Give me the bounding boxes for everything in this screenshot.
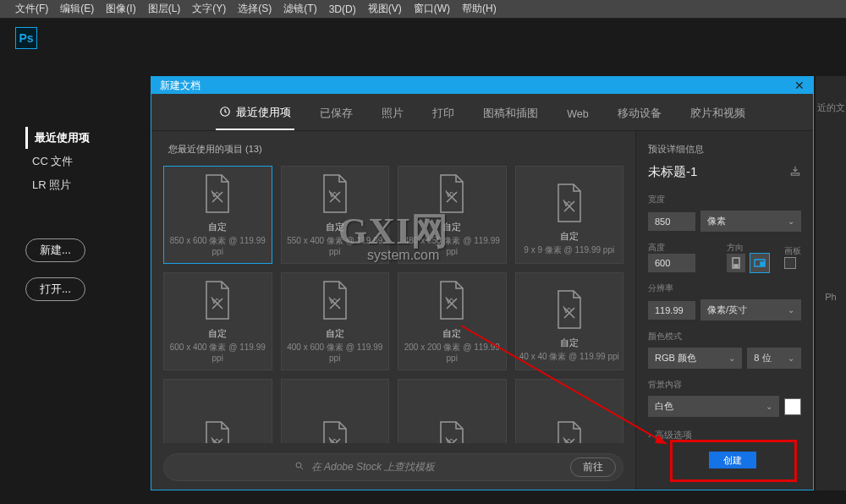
advanced-label: 高级选项	[655, 430, 692, 440]
document-icon	[319, 420, 351, 443]
menu-help[interactable]: 帮助(H)	[462, 2, 497, 16]
chevron-down-icon: ⌄	[766, 402, 772, 411]
preset-card[interactable]	[281, 379, 390, 443]
menu-edit[interactable]: 编辑(E)	[60, 2, 94, 16]
preset-card[interactable]: 自定 40 x 40 像素 @ 119.99 ppi	[515, 272, 624, 370]
colormode-value: RGB 颜色	[655, 352, 696, 364]
new-document-dialog: 新建文档 ✕ 最近使用项 已保存 照片 打印 图稿和插图 Web 移动设备 胶片…	[151, 76, 814, 490]
chevron-right-icon: ›	[648, 430, 651, 440]
preset-card[interactable]: 自定 200 x 200 像素 @ 119.99 ppi	[398, 272, 507, 370]
tab-recent[interactable]: 最近使用项	[216, 102, 294, 130]
menu-window[interactable]: 窗口(W)	[414, 2, 450, 16]
bg-select[interactable]: 白色 ⌄	[648, 396, 779, 417]
open-button[interactable]: 打开...	[25, 277, 85, 301]
width-unit-select[interactable]: 像素 ⌄	[700, 211, 801, 232]
dialog-tabs: 最近使用项 已保存 照片 打印 图稿和插图 Web 移动设备 胶片和视频	[151, 94, 813, 131]
right-strip-top: 近的文	[816, 101, 846, 114]
document-icon	[436, 173, 468, 214]
create-button[interactable]: 创建	[709, 452, 756, 468]
preset-dimensions: 600 x 400 像素 @ 119.99 ppi	[168, 342, 268, 363]
document-icon	[436, 280, 468, 320]
menu-file[interactable]: 文件(F)	[15, 2, 48, 16]
width-unit-value: 像素	[707, 215, 726, 227]
preset-card[interactable]: 自定 600 x 400 像素 @ 119.99 ppi	[163, 272, 272, 370]
colormode-select[interactable]: RGB 颜色 ⌄	[648, 348, 742, 369]
res-unit-select[interactable]: 像素/英寸 ⌄	[700, 299, 801, 320]
svg-rect-3	[734, 265, 738, 267]
new-button[interactable]: 新建...	[25, 238, 85, 262]
left-item-ccfiles[interactable]: CC 文件	[25, 151, 90, 173]
bits-select[interactable]: 8 位 ⌄	[747, 348, 801, 369]
doc-name[interactable]: 未标题-1	[648, 164, 697, 180]
menu-filter[interactable]: 滤镜(T)	[283, 2, 316, 16]
preset-dimensions: 9 x 9 像素 @ 119.99 ppi	[524, 244, 614, 256]
menu-select[interactable]: 选择(S)	[238, 2, 272, 16]
preset-details-panel: 预设详细信息 未标题-1 宽度 850 像素 ⌄ 高度 600	[635, 131, 813, 490]
menu-view[interactable]: 视图(V)	[368, 2, 402, 16]
stock-placeholder[interactable]: 在 Adobe Stock 上查找模板	[311, 460, 436, 474]
close-icon[interactable]: ✕	[794, 79, 805, 92]
chevron-down-icon: ⌄	[728, 353, 735, 363]
save-preset-icon[interactable]	[789, 165, 801, 179]
tab-saved[interactable]: 已保存	[316, 102, 356, 130]
chevron-down-icon: ⌄	[788, 216, 794, 226]
bg-label: 背景内容	[648, 379, 801, 391]
menu-3d[interactable]: 3D(D)	[329, 3, 356, 15]
document-icon	[201, 173, 233, 214]
tab-web[interactable]: Web	[563, 102, 591, 130]
preset-label: 自定	[442, 221, 461, 233]
menu-type[interactable]: 文字(Y)	[192, 2, 226, 16]
height-input[interactable]: 600	[648, 254, 695, 272]
dialog-titlebar: 新建文档 ✕	[151, 77, 813, 94]
preset-card[interactable]: 自定 850 x 600 像素 @ 119.99 ppi	[163, 166, 272, 264]
presets-heading: 您最近使用的项目 (13)	[163, 143, 624, 156]
svg-point-1	[296, 463, 301, 468]
bg-swatch[interactable]	[784, 398, 801, 415]
document-icon	[553, 183, 585, 223]
width-label: 宽度	[648, 194, 801, 205]
home-left-panel: 最近使用项 CC 文件 LR 照片 新建... 打开...	[25, 127, 90, 301]
res-unit-value: 像素/英寸	[707, 304, 747, 316]
menu-layer[interactable]: 图层(L)	[148, 2, 181, 16]
tab-photo[interactable]: 照片	[378, 102, 407, 130]
orient-landscape[interactable]	[750, 254, 769, 272]
preset-card[interactable]: 自定 480 x 550 像素 @ 119.99 ppi	[398, 166, 507, 264]
menu-image[interactable]: 图像(I)	[106, 2, 135, 16]
menubar: 文件(F) 编辑(E) 图像(I) 图层(L) 文字(Y) 选择(S) 滤镜(T…	[0, 0, 846, 19]
preset-dimensions: 850 x 600 像素 @ 119.99 ppi	[168, 235, 268, 256]
stock-go-button[interactable]: 前往	[570, 457, 616, 477]
preset-dimensions: 480 x 550 像素 @ 119.99 ppi	[402, 235, 503, 256]
document-icon	[436, 420, 468, 443]
res-label: 分辨率	[648, 282, 801, 294]
ps-logo: Ps	[15, 27, 37, 49]
orient-label: 方向	[727, 242, 769, 254]
width-input[interactable]: 850	[648, 212, 695, 231]
svg-rect-5	[761, 262, 764, 266]
preset-card[interactable]	[398, 379, 507, 443]
left-item-lrphotos[interactable]: LR 照片	[25, 174, 90, 196]
right-strip: 近的文 Ph	[816, 76, 846, 490]
preset-card[interactable]	[163, 379, 272, 443]
preset-dimensions: 200 x 200 像素 @ 119.99 ppi	[402, 342, 503, 363]
preset-card[interactable]	[515, 379, 624, 443]
artboard-checkbox[interactable]	[784, 257, 796, 269]
tab-film[interactable]: 胶片和视频	[687, 102, 749, 130]
preset-card[interactable]: 自定 550 x 400 像素 @ 119.99 ppi	[281, 166, 390, 264]
tab-mobile[interactable]: 移动设备	[614, 102, 665, 130]
preset-label: 自定	[326, 327, 344, 340]
tab-print[interactable]: 打印	[429, 102, 458, 130]
preset-label: 自定	[208, 221, 227, 233]
document-icon	[553, 289, 585, 330]
preset-card[interactable]: 自定 9 x 9 像素 @ 119.99 ppi	[515, 166, 624, 264]
advanced-toggle[interactable]: ›高级选项	[648, 429, 801, 441]
left-item-recent[interactable]: 最近使用项	[25, 127, 90, 149]
document-icon	[201, 420, 233, 443]
preset-label: 自定	[208, 327, 227, 340]
res-input[interactable]: 119.99	[648, 301, 695, 320]
orient-portrait[interactable]	[727, 254, 745, 272]
preset-card[interactable]: 自定 400 x 600 像素 @ 119.99 ppi	[281, 272, 390, 370]
document-icon	[201, 280, 233, 320]
preset-grid: 自定 850 x 600 像素 @ 119.99 ppi 自定 550 x 40…	[163, 166, 624, 443]
tab-art[interactable]: 图稿和插图	[480, 102, 541, 130]
dialog-title-text: 新建文档	[160, 79, 201, 93]
